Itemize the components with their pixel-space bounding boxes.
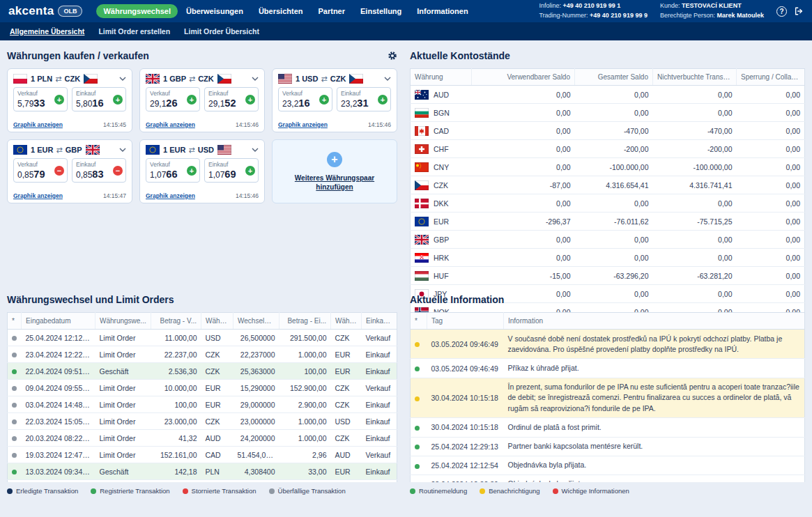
- balance-value: 0,00: [737, 213, 805, 231]
- level-dot: [415, 464, 420, 469]
- balance-row-aud[interactable]: AUD 0,000,000,000,00: [411, 86, 805, 104]
- buy-quote-box[interactable]: Einkauf 29,152 +: [204, 87, 259, 111]
- sell-quote-box[interactable]: Verkauf 29,126 +: [146, 87, 200, 111]
- show-graph-link[interactable]: Graphik anzeigen: [146, 121, 195, 128]
- information-row[interactable]: 23.04.2024 12:22:39 Objednávka byla přij…: [411, 474, 805, 482]
- chevron-down-icon[interactable]: [384, 77, 391, 81]
- buy-quote-box[interactable]: Einkauf 1,0769 +: [204, 158, 259, 183]
- balance-row-bgn[interactable]: BGN 0,000,000,000,00: [411, 104, 805, 122]
- fx-card-pln-czk[interactable]: 1 PLN ⇄ CZK Verkauf 5,7933 + Einkauf 5,8…: [7, 68, 132, 132]
- balance-value: 0,00: [737, 194, 805, 213]
- transactions-col-header[interactable]: Währungswe...: [95, 313, 151, 330]
- logout-icon[interactable]: [794, 6, 804, 16]
- sell-quote-box[interactable]: Verkauf 0,8579 −: [13, 158, 68, 183]
- nav-item-partner[interactable]: Partner: [311, 4, 352, 18]
- tx-type: Limit Order: [95, 346, 151, 363]
- subnav-item-limit-order-erstellen[interactable]: Limit Order erstellen: [98, 27, 170, 36]
- flag-us-icon: [217, 145, 231, 155]
- transaction-row[interactable]: 22.03.2024 15:05:54 Limit Order 23.000,0…: [8, 413, 397, 430]
- app-logo-wrap[interactable]: akcenta OLB: [8, 4, 82, 18]
- balance-row-czk[interactable]: CZK -87,004.316.654,414.316.741,410,00: [411, 176, 805, 194]
- information-row[interactable]: 30.04.2024 10:15:18 Ordinul de plată a f…: [411, 418, 805, 437]
- chevron-down-icon[interactable]: [119, 148, 126, 152]
- show-graph-link[interactable]: Graphik anzeigen: [13, 192, 63, 199]
- balance-row-hrk[interactable]: HRK 0,000,000,000,00: [411, 249, 805, 267]
- balances-col-header[interactable]: Währung: [411, 69, 472, 86]
- sell-quote-box[interactable]: Verkauf 23,216 +: [278, 87, 332, 111]
- trend-up-icon: +: [113, 95, 123, 105]
- subnav-item-allgemeine-ubersicht[interactable]: Allgemeine Übersicht: [10, 27, 84, 36]
- transaction-row[interactable]: 09.04.2024 09:55:37 Limit Order 10.000,0…: [8, 380, 397, 396]
- transactions-col-header[interactable]: Währun...: [331, 313, 362, 330]
- nav-item-uberweisungen[interactable]: Überweisungen: [179, 4, 250, 18]
- buy-quote-box[interactable]: Einkauf 23,231 +: [337, 87, 391, 111]
- balance-row-cad[interactable]: CAD 0,00-470,00-470,000,00: [411, 122, 805, 140]
- transaction-row[interactable]: 19.03.2024 12:47:09 Limit Order 152.161,…: [8, 447, 397, 463]
- transactions-col-header[interactable]: Eingabedatum: [22, 313, 95, 330]
- transactions-col-header[interactable]: Währun...: [201, 313, 233, 330]
- sell-quote-box[interactable]: Verkauf 5,7933 +: [13, 87, 68, 111]
- balances-col-header[interactable]: Gesamter Saldo: [575, 69, 653, 86]
- sell-quote-box[interactable]: Verkauf 1,0766 +: [146, 158, 200, 183]
- trend-down-icon: −: [54, 166, 64, 176]
- balance-row-eur[interactable]: EUR -296,37-76.011,62-75.715,250,00: [411, 213, 805, 231]
- chevron-down-icon[interactable]: [252, 77, 259, 81]
- help-icon[interactable]: ?: [776, 6, 787, 17]
- balance-row-chf[interactable]: CHF 0,00-200,00-200,000,00: [411, 140, 805, 158]
- tx-amount-buy: 1.000,00: [279, 346, 331, 363]
- fx-card-eur-gbp[interactable]: 1 EUR ⇄ GBP Verkauf 0,8579 − Einkauf 0,8…: [7, 139, 132, 203]
- information-row[interactable]: 03.05.2024 09:46:49 V současné době není…: [411, 330, 805, 359]
- chevron-down-icon[interactable]: [252, 148, 259, 152]
- balance-row-huf[interactable]: HUF -15,00-63.296,20-63.281,200,00: [411, 267, 805, 285]
- show-graph-link[interactable]: Graphik anzeigen: [146, 192, 195, 199]
- transaction-row[interactable]: 23.04.2024 12:22:38 Limit Order 22.237,0…: [8, 346, 397, 363]
- balance-value: 0,00: [472, 140, 575, 158]
- subnav-item-limit-order-ubersicht[interactable]: Limit Order Übersicht: [184, 27, 259, 36]
- information-row[interactable]: 30.04.2024 10:15:18 În prezent, suma fon…: [411, 378, 805, 418]
- nav-item-ubersichten[interactable]: Übersichten: [252, 4, 310, 18]
- information-row[interactable]: 25.04.2024 12:29:13 Partner banki kapcso…: [411, 437, 805, 456]
- chevron-down-icon[interactable]: [119, 77, 126, 81]
- transactions-col-header[interactable]: *: [8, 313, 22, 330]
- show-graph-link[interactable]: Graphik anzeigen: [13, 121, 63, 128]
- transactions-col-header[interactable]: Betrag - Ei...: [279, 313, 331, 330]
- transaction-row[interactable]: 20.03.2024 08:22:14 Limit Order 41,32 AU…: [8, 430, 397, 447]
- information-col-header[interactable]: Tag: [427, 313, 504, 330]
- nav-item-wahrungswechsel[interactable]: Währungswechsel: [96, 4, 178, 18]
- fx-card-usd-czk[interactable]: 1 USD ⇄ CZK Verkauf 23,216 + Einkauf 23,…: [272, 68, 397, 132]
- balances-col-header[interactable]: Verwendbarer Saldo: [472, 69, 575, 86]
- transactions-col-header[interactable]: Einkauf / V...: [362, 313, 397, 330]
- fx-card-eur-usd[interactable]: 1 EUR ⇄ USD Verkauf 1,0766 + Einkauf 1,0…: [139, 139, 265, 203]
- info-text: Objednávka byla přijata.: [504, 456, 805, 474]
- transactions-col-header[interactable]: Betrag - V...: [151, 313, 201, 330]
- pair-label: 1 PLN ⇄ CZK: [31, 75, 80, 84]
- information-col-header[interactable]: *: [411, 313, 427, 330]
- balance-value: 0,00: [653, 249, 737, 267]
- information-row[interactable]: 25.04.2024 12:12:54 Objednávka byla přij…: [411, 456, 805, 474]
- nav-item-informationen[interactable]: Informationen: [410, 4, 475, 18]
- balance-row-cny[interactable]: CNY 0,00-100.000,00-100.000,000,00: [411, 158, 805, 176]
- header-client: Kunde: TESTOVACÍ KLIENTBerechtigte Perso…: [660, 1, 764, 21]
- transaction-row[interactable]: 25.04.2024 12:12:53 Limit Order 11.000,0…: [8, 330, 397, 346]
- balance-value: 0,00: [575, 249, 653, 267]
- balance-row-dkk[interactable]: DKK 0,000,000,000,00: [411, 194, 805, 213]
- information-col-header[interactable]: Information: [504, 313, 805, 330]
- balances-col-header[interactable]: Nichtverbuchte Transak...: [653, 69, 737, 86]
- fx-card-gbp-czk[interactable]: 1 GBP ⇄ CZK Verkauf 29,126 + Einkauf 29,…: [139, 68, 265, 132]
- balances-col-header[interactable]: Sperrung / Collateral: [737, 69, 805, 86]
- transaction-row[interactable]: 13.03.2024 09:34:50 Geschäft 23,42 EUR 4…: [8, 480, 397, 483]
- show-graph-link[interactable]: Graphik anzeigen: [278, 121, 328, 128]
- transaction-row[interactable]: 13.03.2024 09:34:54 Geschäft 142,18 PLN …: [8, 463, 397, 480]
- buy-quote-box[interactable]: Einkauf 0,8583 −: [72, 158, 126, 183]
- balance-row-gbp[interactable]: GBP 0,000,000,000,00: [411, 231, 805, 249]
- transaction-row[interactable]: 03.04.2024 14:48:32 Limit Order 100,00 E…: [8, 396, 397, 413]
- buy-quote-box[interactable]: Einkauf 5,8016 +: [72, 87, 126, 111]
- add-currency-pair-card[interactable]: + Weiteres Währungspaar hinzufügen: [272, 139, 397, 203]
- status-dot: [12, 353, 17, 357]
- plus-icon: +: [327, 152, 342, 167]
- information-row[interactable]: 03.05.2024 09:46:49 Příkaz k úhradě přij…: [411, 359, 805, 378]
- transactions-col-header[interactable]: Wechselku...: [233, 313, 279, 330]
- nav-item-einstellung[interactable]: Einstellung: [353, 4, 408, 18]
- gear-icon[interactable]: [388, 51, 397, 61]
- transaction-row[interactable]: 22.04.2024 09:51:50 Geschäft 2.536,30 CZ…: [8, 363, 397, 380]
